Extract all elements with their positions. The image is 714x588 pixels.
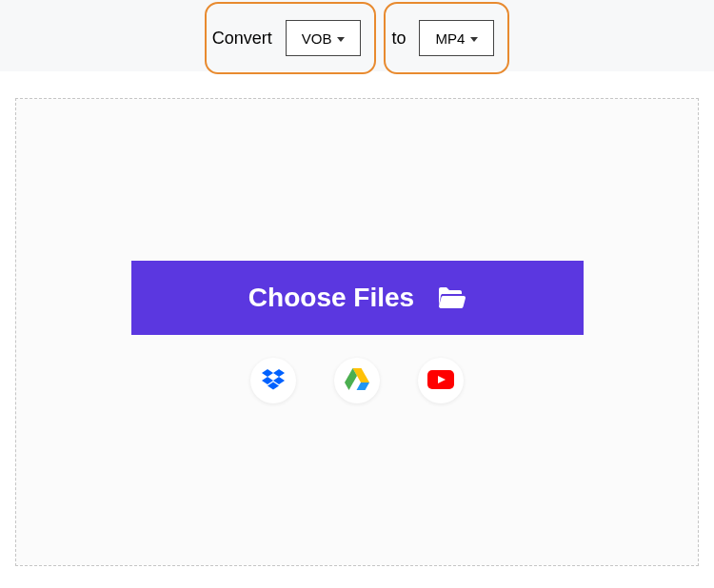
from-format-dropdown[interactable]: VOB [286,20,362,56]
choose-files-label: Choose Files [248,283,414,313]
to-format-dropdown[interactable]: MP4 [419,20,494,56]
chevron-down-icon [470,37,478,42]
file-drop-zone[interactable]: Choose Files [15,98,699,566]
youtube-icon [427,370,454,392]
convert-to-group: to MP4 [384,2,509,74]
dropbox-button[interactable] [250,358,296,403]
youtube-button[interactable] [418,358,464,403]
folder-open-icon [437,285,466,310]
choose-files-button[interactable]: Choose Files [131,261,584,335]
convert-label: Convert [212,29,272,49]
dropbox-icon [261,369,286,393]
to-label: to [391,29,406,49]
to-format-value: MP4 [435,30,465,47]
main-area: Choose Files [0,71,714,581]
google-drive-icon [345,368,369,393]
convert-from-group: Convert VOB [205,2,377,74]
google-drive-button[interactable] [334,358,380,403]
format-selection-bar: Convert VOB to MP4 [0,0,714,71]
chevron-down-icon [337,37,345,42]
cloud-sources-row [250,358,464,403]
from-format-value: VOB [302,30,332,47]
